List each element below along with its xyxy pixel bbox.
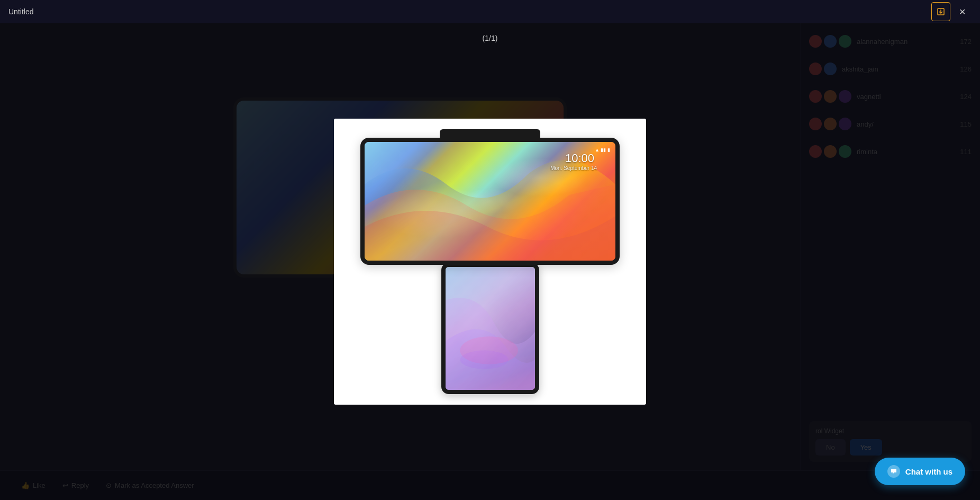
image-counter: (1/1) bbox=[483, 34, 498, 42]
chat-icon bbox=[887, 465, 900, 478]
title-bar: Untitled ✕ bbox=[0, 0, 980, 23]
phone-status-icons: ▲ ▮▮ ▮ bbox=[595, 147, 610, 153]
chat-widget[interactable]: Chat with us bbox=[875, 458, 965, 485]
title-bar-controls: ✕ bbox=[931, 2, 972, 21]
landscape-phone: 10:00 Mon. September 14 ▲ ▮▮ ▮ bbox=[360, 138, 620, 265]
window-title: Untitled bbox=[8, 7, 33, 16]
modal-overlay[interactable]: (1/1) bbox=[0, 23, 980, 500]
close-button[interactable]: ✕ bbox=[952, 2, 972, 21]
portrait-phone bbox=[441, 263, 539, 394]
chat-label: Chat with us bbox=[905, 467, 952, 476]
svg-point-4 bbox=[460, 351, 508, 369]
phone-date-display: Mon. September 14 bbox=[550, 165, 597, 171]
phone-showcase: 10:00 Mon. September 14 ▲ ▮▮ ▮ bbox=[334, 119, 646, 405]
download-button[interactable] bbox=[931, 2, 950, 21]
modal-image-container: 10:00 Mon. September 14 ▲ ▮▮ ▮ bbox=[334, 119, 646, 405]
phone-hinge bbox=[440, 129, 540, 138]
phone-time-display: 10:00 bbox=[565, 151, 594, 165]
close-icon: ✕ bbox=[959, 7, 966, 17]
